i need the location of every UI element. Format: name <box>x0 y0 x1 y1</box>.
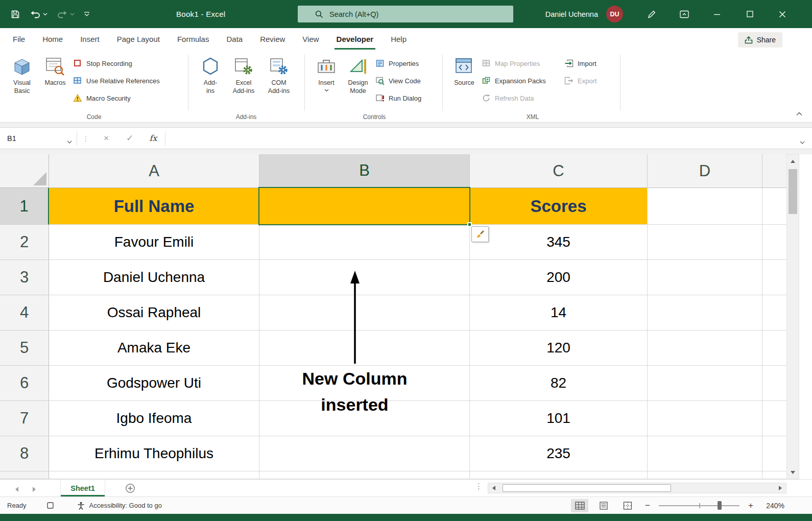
cell-e3[interactable] <box>762 260 786 295</box>
normal-view-button[interactable] <box>571 499 588 512</box>
avatar[interactable]: DU <box>606 6 623 22</box>
page-layout-view-button[interactable] <box>595 499 612 512</box>
cell-e4[interactable] <box>762 295 786 330</box>
tab-split-handle-icon[interactable]: ⋮ <box>475 482 483 491</box>
tab-home[interactable]: Home <box>34 28 71 50</box>
cell-b6[interactable] <box>259 366 470 401</box>
vertical-scrollbar[interactable] <box>786 154 799 479</box>
cell-d3[interactable] <box>648 260 762 295</box>
minimize-button[interactable] <box>701 0 733 28</box>
customize-qat-button[interactable] <box>84 12 90 16</box>
horizontal-scrollbar[interactable] <box>488 483 786 493</box>
row-header-7[interactable]: 7 <box>0 401 49 436</box>
cell-a5[interactable]: Amaka Eke <box>49 330 259 366</box>
horizontal-scroll-thumb[interactable] <box>503 484 671 492</box>
accessibility-status[interactable]: Accessibility: Good to go <box>77 502 162 510</box>
cell-d7[interactable] <box>648 401 762 436</box>
macros-button[interactable]: Macros <box>41 55 69 87</box>
sheet-tab-sheet1[interactable]: Sheet1 <box>60 480 105 496</box>
cell-b8[interactable] <box>259 436 470 471</box>
cell-a3[interactable]: Daniel Uchenna <box>49 260 259 295</box>
cell-b7[interactable] <box>259 401 470 436</box>
share-button[interactable]: Share <box>738 32 782 48</box>
column-header-e[interactable] <box>762 154 786 188</box>
tab-data[interactable]: Data <box>218 28 251 50</box>
scroll-down-button[interactable] <box>787 466 799 479</box>
cell-a9[interactable] <box>49 471 259 479</box>
row-header-6[interactable]: 6 <box>0 366 49 401</box>
cell-d4[interactable] <box>648 295 762 330</box>
close-button[interactable] <box>766 0 799 28</box>
name-box[interactable]: B1 <box>0 128 77 149</box>
insert-options-button[interactable] <box>471 226 489 242</box>
row-header-1[interactable]: 1 <box>0 188 49 225</box>
zoom-level-label[interactable]: 240% <box>762 502 784 510</box>
cell-e2[interactable] <box>762 225 786 260</box>
cell-e7[interactable] <box>762 401 786 436</box>
vertical-scroll-thumb[interactable] <box>789 169 797 214</box>
cell-a1[interactable]: Full Name <box>49 188 259 225</box>
cell-c9[interactable] <box>470 471 648 479</box>
tab-formulas[interactable]: Formulas <box>169 28 218 50</box>
use-relative-references-button[interactable]: Use Relative References <box>73 75 160 87</box>
formula-input[interactable] <box>165 128 812 149</box>
cell-d1[interactable] <box>648 188 762 225</box>
row-header-5[interactable]: 5 <box>0 330 49 366</box>
expansion-packs-button[interactable]: Expansion Packs <box>481 75 546 87</box>
maximize-button[interactable] <box>733 0 766 28</box>
zoom-slider[interactable] <box>659 505 739 506</box>
scroll-up-button[interactable] <box>787 155 799 168</box>
tab-review[interactable]: Review <box>251 28 294 50</box>
cell-c3[interactable]: 200 <box>470 260 648 295</box>
zoom-out-button[interactable]: − <box>643 501 652 511</box>
cell-b3[interactable] <box>259 260 470 295</box>
visual-basic-button[interactable]: Visual Basic <box>6 55 38 95</box>
run-dialog-button[interactable]: Run Dialog <box>375 92 421 104</box>
com-add-ins-button[interactable]: COM Add-ins <box>262 55 295 95</box>
previous-sheet-button[interactable] <box>14 485 19 494</box>
row-header-9[interactable] <box>0 471 49 479</box>
tab-developer[interactable]: Developer <box>328 28 383 50</box>
cell-b4[interactable] <box>259 295 470 330</box>
cell-a6[interactable]: Godspower Uti <box>49 366 259 401</box>
source-button[interactable]: Source <box>449 55 479 87</box>
record-macro-button[interactable] <box>47 502 54 509</box>
redo-button[interactable] <box>57 10 75 18</box>
cell-e1[interactable] <box>762 188 786 225</box>
scroll-left-button[interactable] <box>488 483 499 493</box>
cell-e6[interactable] <box>762 366 786 401</box>
insert-function-button[interactable]: fx <box>141 133 165 143</box>
cell-e5[interactable] <box>762 330 786 366</box>
cell-b5[interactable] <box>259 330 470 366</box>
cell-c4[interactable]: 14 <box>470 295 648 330</box>
column-header-a[interactable]: A <box>49 154 259 188</box>
excel-add-ins-button[interactable]: Excel Add-ins <box>228 55 259 95</box>
cell-d2[interactable] <box>648 225 762 260</box>
stop-recording-button[interactable]: Stop Recording <box>73 57 132 69</box>
undo-button[interactable] <box>30 10 47 18</box>
cell-b1-selected[interactable] <box>259 188 470 225</box>
row-header-8[interactable]: 8 <box>0 436 49 471</box>
macro-security-button[interactable]: Macro Security <box>73 92 131 104</box>
next-sheet-button[interactable] <box>32 485 37 494</box>
cancel-button[interactable]: × <box>94 133 118 144</box>
collapse-ribbon-button[interactable] <box>796 109 803 118</box>
tab-insert[interactable]: Insert <box>71 28 108 50</box>
row-header-2[interactable]: 2 <box>0 225 49 260</box>
cell-a7[interactable]: Igbo Ifeoma <box>49 401 259 436</box>
cell-d9[interactable] <box>648 471 762 479</box>
cell-d5[interactable] <box>648 330 762 366</box>
zoom-in-button[interactable]: + <box>746 501 755 511</box>
cell-c8[interactable]: 235 <box>470 436 648 471</box>
design-mode-button[interactable]: Design Mode <box>342 55 374 95</box>
cell-c1[interactable]: Scores <box>470 188 648 225</box>
properties-button[interactable]: Properties <box>375 57 419 69</box>
scroll-right-button[interactable] <box>775 483 786 493</box>
enter-button[interactable]: ✓ <box>118 133 141 144</box>
ribbon-display-options-button[interactable] <box>668 0 701 28</box>
tab-page-layout[interactable]: Page Layout <box>108 28 169 50</box>
cell-c7[interactable]: 101 <box>470 401 648 436</box>
cell-d8[interactable] <box>648 436 762 471</box>
zoom-slider-thumb[interactable] <box>718 501 722 510</box>
row-header-3[interactable]: 3 <box>0 260 49 295</box>
